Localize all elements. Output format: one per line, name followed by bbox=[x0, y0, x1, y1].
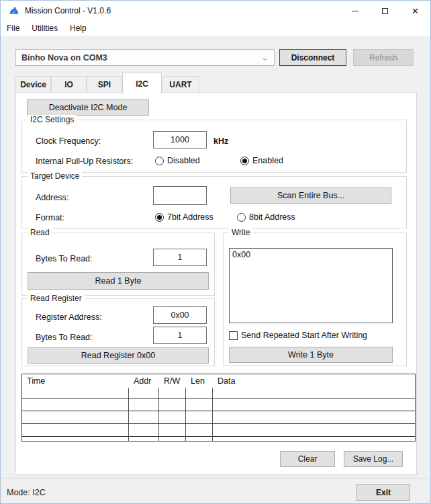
format-7bit-label: 7bit Address bbox=[167, 212, 213, 222]
write-group-label: Write bbox=[229, 228, 253, 237]
mode-status-text: Mode: I2C bbox=[7, 488, 46, 497]
register-bytes-input[interactable] bbox=[153, 327, 207, 344]
register-address-input[interactable] bbox=[153, 306, 207, 324]
tab-device[interactable]: Device bbox=[15, 76, 51, 93]
refresh-button: Refresh bbox=[353, 49, 414, 66]
disconnect-button[interactable]: Disconnect bbox=[279, 49, 346, 66]
app-window: Mission Control - V1.0.6 ✕ File Utilitie… bbox=[0, 0, 431, 504]
save-log-button[interactable]: Save Log... bbox=[344, 451, 403, 467]
close-button[interactable]: ✕ bbox=[400, 1, 430, 21]
radio-unchecked-icon bbox=[237, 213, 246, 222]
maximize-icon bbox=[382, 8, 388, 14]
format-8bit-radio[interactable]: 8bit Address bbox=[237, 212, 295, 222]
radio-checked-icon bbox=[155, 213, 164, 222]
read-byte-button[interactable]: Read 1 Byte bbox=[28, 272, 209, 290]
repeated-start-checkbox[interactable]: Send Repeated Start After Writing bbox=[229, 331, 367, 340]
maximize-button[interactable] bbox=[370, 1, 400, 21]
address-input[interactable] bbox=[153, 186, 207, 205]
clock-frequency-label: Clock Frequency: bbox=[36, 136, 101, 146]
column-header-addr: Addr bbox=[129, 374, 159, 388]
device-select[interactable]: Binho Nova on COM3 ⌄ bbox=[15, 49, 275, 66]
i2c-tab-panel: Deactivate I2C Mode I2C Settings Clock F… bbox=[15, 92, 417, 474]
write-group: Write 0x00 Send Repeated Start After Wri… bbox=[223, 233, 407, 366]
address-label: Address: bbox=[36, 193, 68, 202]
exit-button[interactable]: Exit bbox=[356, 484, 410, 501]
pullup-disabled-label: Disabled bbox=[167, 156, 200, 165]
clock-frequency-input[interactable] bbox=[153, 131, 207, 149]
radio-checked-icon bbox=[240, 157, 249, 165]
table-body bbox=[22, 398, 415, 442]
clear-button[interactable]: Clear bbox=[280, 451, 335, 467]
pullup-enabled-label: Enabled bbox=[252, 156, 283, 165]
register-bytes-label: Bytes To Read: bbox=[36, 333, 93, 342]
read-bytes-label: Bytes To Read: bbox=[36, 254, 93, 263]
format-7bit-radio[interactable]: 7bit Address bbox=[155, 212, 213, 222]
tab-i2c[interactable]: I2C bbox=[122, 73, 162, 94]
menu-help[interactable]: Help bbox=[64, 21, 93, 36]
tab-io[interactable]: IO bbox=[51, 76, 87, 93]
read-register-group: Read Register Register Address: Bytes To… bbox=[21, 298, 215, 366]
column-header-rw: R/W bbox=[159, 374, 186, 388]
deactivate-i2c-mode-button[interactable]: Deactivate I2C Mode bbox=[27, 99, 149, 116]
scan-entire-bus-button[interactable]: Scan Entire Bus... bbox=[230, 187, 391, 204]
register-address-label: Register Address: bbox=[36, 312, 102, 322]
i2c-settings-group-label: I2C Settings bbox=[28, 115, 77, 124]
minimize-icon bbox=[352, 11, 358, 11]
pullup-enabled-radio[interactable]: Enabled bbox=[240, 156, 283, 165]
pullups-label: Internal Pull-Up Resistors: bbox=[36, 157, 133, 166]
device-select-value: Binho Nova on COM3 bbox=[16, 53, 107, 62]
column-header-data: Data bbox=[213, 374, 415, 388]
table-header-row: Time Addr R/W Len Data bbox=[22, 374, 415, 388]
menu-bar: File Utilities Help bbox=[1, 21, 430, 36]
app-logo-icon bbox=[8, 5, 19, 17]
format-label: Format: bbox=[36, 213, 64, 222]
column-header-len: Len bbox=[186, 374, 213, 388]
menu-utilities[interactable]: Utilities bbox=[26, 21, 64, 36]
table-header-spacer bbox=[22, 388, 415, 398]
read-group-label: Read bbox=[28, 228, 52, 237]
radio-unchecked-icon bbox=[155, 157, 164, 165]
read-register-button[interactable]: Read Register 0x00 bbox=[28, 347, 209, 364]
clock-frequency-unit: kHz bbox=[213, 136, 228, 146]
table-row bbox=[22, 423, 415, 436]
table-row bbox=[22, 411, 415, 423]
menu-file[interactable]: File bbox=[1, 21, 26, 36]
window-title: Mission Control - V1.0.6 bbox=[25, 6, 111, 15]
format-8bit-label: 8bit Address bbox=[249, 212, 295, 222]
table-row bbox=[22, 436, 415, 442]
read-group: Read Bytes To Read: Read 1 Byte bbox=[21, 233, 215, 296]
pullup-disabled-radio[interactable]: Disabled bbox=[155, 156, 200, 165]
write-byte-button[interactable]: Write 1 Byte bbox=[229, 347, 393, 363]
tab-spi[interactable]: SPI bbox=[87, 76, 122, 93]
column-header-time: Time bbox=[22, 374, 129, 388]
checkbox-unchecked-icon bbox=[229, 331, 238, 340]
read-register-group-label: Read Register bbox=[28, 294, 85, 303]
i2c-settings-group: I2C Settings Clock Frequency: kHz Intern… bbox=[21, 120, 407, 173]
target-device-group-label: Target Device bbox=[28, 171, 82, 181]
table-row bbox=[22, 398, 415, 411]
chevron-down-icon: ⌄ bbox=[261, 52, 269, 62]
status-bar: Mode: I2C Exit bbox=[1, 478, 430, 504]
transaction-log-table[interactable]: Time Addr R/W Len Data bbox=[21, 374, 416, 442]
read-bytes-input[interactable] bbox=[153, 249, 207, 266]
close-icon: ✕ bbox=[412, 7, 419, 15]
title-bar: Mission Control - V1.0.6 ✕ bbox=[1, 1, 430, 21]
minimize-button[interactable] bbox=[340, 1, 370, 21]
target-device-group: Target Device Address: Scan Entire Bus..… bbox=[21, 176, 407, 228]
write-buffer-input[interactable]: 0x00 bbox=[229, 248, 393, 323]
repeated-start-label: Send Repeated Start After Writing bbox=[241, 331, 367, 340]
tab-uart[interactable]: UART bbox=[162, 76, 199, 93]
